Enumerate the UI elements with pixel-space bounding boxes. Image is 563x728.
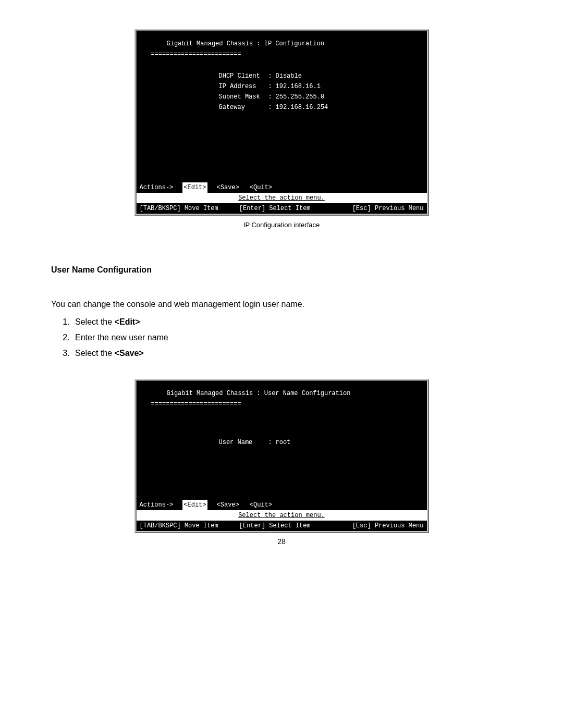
field-user-name: User Name : root — [141, 437, 423, 448]
field-separator: : — [268, 71, 276, 81]
user-name-terminal-wrap: Gigabit Managed Chassis : User Name Conf… — [51, 379, 512, 533]
field-separator: : — [268, 92, 276, 102]
ip-config-fields: DHCP Client : Disable IP Address : 192.1… — [141, 71, 423, 113]
field-label: DHCP Client — [219, 71, 268, 81]
quit-button[interactable]: <Quit> — [249, 182, 273, 193]
field-subnet-mask: Subnet Mask : 255.255.255.0 — [141, 92, 423, 102]
field-label: Gateway — [219, 102, 268, 113]
step-1-bold: <Edit> — [115, 317, 140, 326]
save-button[interactable]: <Save> — [216, 500, 240, 510]
action-hint: Select the action menu. — [137, 193, 427, 203]
terminal-body: Gigabit Managed Chassis : User Name Conf… — [137, 381, 427, 500]
ip-config-caption: IP Configuration interface — [51, 221, 512, 229]
user-name-fields: User Name : root — [141, 437, 423, 448]
field-ip-address: IP Address : 192.168.16.1 — [141, 81, 423, 92]
footer-select-item: [Enter] Select Item — [218, 203, 352, 214]
actions-label: Actions-> — [140, 500, 174, 510]
field-gateway: Gateway : 192.168.16.254 — [141, 102, 423, 113]
footer-select-item: [Enter] Select Item — [218, 521, 352, 531]
terminal-title-underline: ======================== — [141, 49, 423, 59]
step-3-text: Select the — [75, 349, 115, 357]
footer-prev-menu: [Esc] Previous Menu — [352, 203, 424, 214]
footer-move-item: [TAB/BKSPC] Move Item — [140, 521, 218, 531]
field-value: 192.168.16.254 — [276, 102, 328, 113]
save-button[interactable]: <Save> — [216, 182, 240, 193]
terminal-action-bar: Actions-> <Edit> <Save> <Quit> Select th… — [137, 182, 427, 214]
edit-button[interactable]: <Edit> — [182, 182, 207, 193]
action-footer: [TAB/BKSPC] Move Item [Enter] Select Ite… — [137, 521, 427, 531]
step-1: Select the <Edit> — [72, 314, 512, 330]
ip-config-terminal: Gigabit Managed Chassis : IP Configurati… — [134, 29, 429, 216]
terminal-title-underline: ======================== — [141, 399, 423, 409]
action-row-buttons: Actions-> <Edit> <Save> <Quit> — [137, 500, 427, 510]
action-row-buttons: Actions-> <Edit> <Save> <Quit> — [137, 182, 427, 193]
field-value: root — [276, 437, 291, 448]
user-name-terminal: Gigabit Managed Chassis : User Name Conf… — [134, 379, 429, 533]
page-number: 28 — [51, 537, 512, 546]
field-separator: : — [268, 437, 276, 448]
field-value: Disable — [276, 71, 302, 81]
footer-move-item: [TAB/BKSPC] Move Item — [140, 203, 218, 214]
terminal-body: Gigabit Managed Chassis : IP Configurati… — [137, 31, 427, 182]
field-label: Subnet Mask — [219, 92, 268, 102]
actions-label: Actions-> — [140, 182, 174, 193]
edit-button[interactable]: <Edit> — [182, 500, 207, 510]
field-separator: : — [268, 102, 276, 113]
step-2: Enter the new user name — [72, 330, 512, 346]
section-paragraph: You can change the console and web manag… — [51, 297, 512, 312]
step-3-bold: <Save> — [115, 349, 144, 357]
action-footer: [TAB/BKSPC] Move Item [Enter] Select Ite… — [137, 203, 427, 214]
terminal-action-bar: Actions-> <Edit> <Save> <Quit> Select th… — [137, 500, 427, 531]
field-separator: : — [268, 81, 276, 92]
section-heading-user-name-config: User Name Configuration — [51, 265, 512, 275]
steps-list: Select the <Edit> Enter the new user nam… — [51, 314, 512, 361]
field-label: IP Address — [219, 81, 268, 92]
quit-button[interactable]: <Quit> — [249, 500, 273, 510]
footer-prev-menu: [Esc] Previous Menu — [352, 521, 424, 531]
document-page: Gigabit Managed Chassis : IP Configurati… — [0, 0, 563, 728]
field-value: 192.168.16.1 — [276, 81, 321, 92]
step-1-text: Select the — [75, 317, 115, 326]
step-3: Select the <Save> — [72, 346, 512, 361]
field-label: User Name — [219, 437, 268, 448]
terminal-title: Gigabit Managed Chassis : IP Configurati… — [141, 39, 423, 49]
terminal-title: Gigabit Managed Chassis : User Name Conf… — [141, 388, 423, 399]
action-hint: Select the action menu. — [137, 510, 427, 521]
field-dhcp-client: DHCP Client : Disable — [141, 71, 423, 81]
field-value: 255.255.255.0 — [276, 92, 325, 102]
